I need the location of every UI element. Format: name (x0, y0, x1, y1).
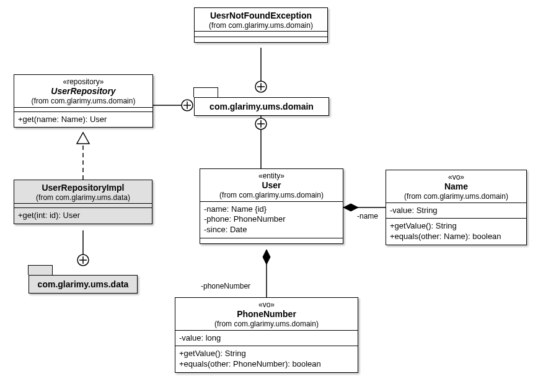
class-user-repository: «repository» UserRepository (from com.gl… (14, 74, 153, 128)
class-name-vo: «vo» Name (from com.glarimy.ums.domain) … (386, 170, 527, 245)
class-from: (from com.glarimy.ums.domain) (18, 97, 149, 105)
operation: +equals(other: Name): boolean (390, 232, 523, 242)
class-user-repository-impl: UserRepositoryImpl (from com.glarimy.ums… (14, 180, 152, 224)
attribute: -value: String (386, 203, 526, 219)
attribute: -since: Date (204, 225, 339, 235)
class-title: Name (390, 181, 523, 192)
svg-marker-13 (77, 133, 89, 144)
class-exception: UesrNotFoundException (from com.glarimy.… (194, 7, 328, 43)
class-from: (from com.glarimy.ums.data) (18, 193, 148, 202)
operation: +equals(other: PhoneNumber): boolean (179, 359, 354, 370)
attribute: -phone: PhoneNumber (204, 214, 339, 225)
package-name: com.glarimy.ums.data (29, 275, 138, 294)
class-title: UserRepository (18, 86, 149, 97)
package-domain: com.glarimy.ums.domain (194, 97, 329, 116)
attribute: -name: Name {id} (204, 204, 339, 215)
operation: +get(int: id): User (14, 208, 152, 224)
package-tab-icon (28, 265, 53, 275)
svg-marker-19 (343, 204, 358, 211)
class-stereo: «vo» (390, 173, 523, 181)
svg-point-9 (255, 118, 267, 129)
package-tab-icon (193, 87, 218, 97)
operation: +getValue(): String (390, 221, 523, 232)
class-stereo: «entity» (204, 172, 339, 180)
operation: +get(name: Name): User (14, 112, 152, 128)
class-title: UesrNotFoundException (198, 11, 324, 21)
class-from: (from com.glarimy.ums.domain) (390, 192, 523, 201)
class-stereo: «vo» (179, 300, 354, 309)
class-title: UserRepositoryImpl (18, 183, 148, 193)
svg-point-15 (77, 255, 89, 266)
attribute: -value: long (175, 331, 358, 347)
svg-point-5 (182, 100, 193, 111)
class-from: (from com.glarimy.ums.domain) (179, 320, 354, 328)
class-title: User (204, 180, 339, 191)
class-stereo: «repository» (18, 77, 149, 86)
class-user: «entity» User (from com.glarimy.ums.doma… (200, 168, 343, 244)
class-title: PhoneNumber (179, 309, 354, 320)
assoc-role-phone: -phoneNumber (201, 282, 250, 290)
assoc-role-name: -name (357, 212, 378, 220)
class-phonenumber-vo: «vo» PhoneNumber (from com.glarimy.ums.d… (175, 297, 358, 373)
class-from: (from com.glarimy.ums.domain) (204, 191, 339, 199)
svg-point-1 (255, 81, 267, 92)
uml-diagram-canvas: UesrNotFoundException (from com.glarimy.… (0, 0, 538, 392)
operation: +getValue(): String (179, 349, 354, 359)
package-data: com.glarimy.ums.data (29, 275, 138, 294)
svg-marker-21 (263, 250, 270, 264)
package-name: com.glarimy.ums.domain (194, 97, 329, 116)
class-from: (from com.glarimy.ums.domain) (198, 21, 324, 30)
